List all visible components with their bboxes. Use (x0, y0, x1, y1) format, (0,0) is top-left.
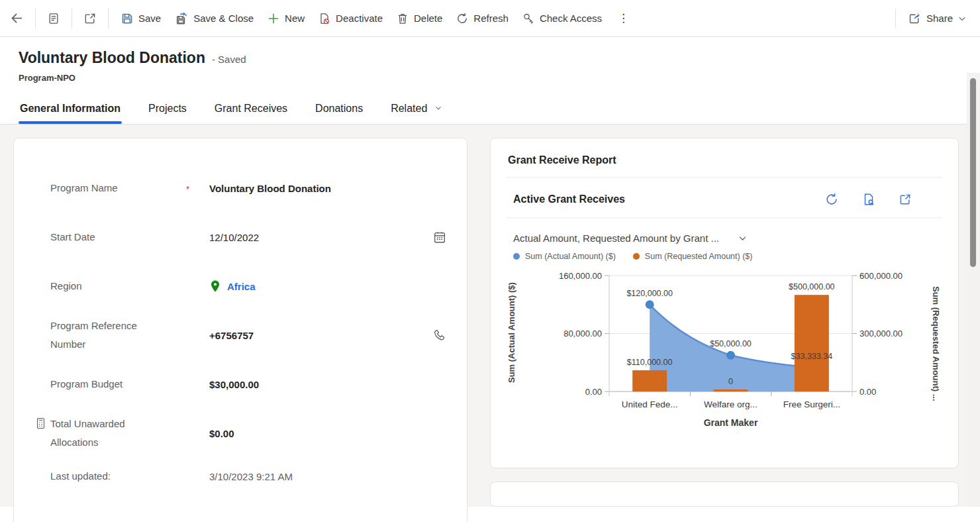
save-and-close-button[interactable]: Save & Close (168, 7, 260, 30)
field-row-program-budget: Program Budget $30,000.00 (50, 360, 447, 409)
bar (795, 295, 829, 392)
left-axis-title: Sum (Actual Amount) ($) (507, 265, 521, 407)
field-row-total-unawarded: Total Unawarded Allocations $0.00 (50, 409, 447, 458)
legend-item-actual[interactable]: Sum (Actual Amount) ($) (513, 252, 616, 261)
right-tick-label: 0.00 (859, 387, 876, 397)
left-tick-label: 0.00 (585, 387, 602, 397)
scrollbar-thumb[interactable] (970, 78, 976, 267)
tab-bar: General Information Projects Grant Recei… (0, 97, 980, 125)
total-unawarded-value[interactable]: $0.00 (209, 428, 424, 439)
program-reference-value[interactable]: +6756757 (209, 330, 424, 341)
save-icon (121, 12, 134, 25)
region-value[interactable]: Africa (209, 280, 424, 293)
program-name-value[interactable]: Voluntary Blood Donation (209, 183, 424, 194)
grant-receives-chart: Sum (Actual Amount) ($) 160,000.00600,00… (507, 265, 942, 432)
expand-chart-icon[interactable] (899, 193, 912, 206)
bar (714, 390, 748, 392)
chart-title: Actual Amount, Requested Amount by Grant… (513, 233, 719, 244)
save-status: - Saved (212, 54, 246, 65)
plus-icon (267, 12, 280, 25)
view-records-icon[interactable] (861, 192, 876, 207)
category-label: Free Surgeri... (783, 399, 840, 409)
chart-legend: Sum (Actual Amount) ($) Sum (Requested A… (507, 248, 942, 262)
chevron-down-icon (434, 103, 442, 114)
phone-icon[interactable] (433, 329, 447, 342)
calendar-icon[interactable] (432, 230, 447, 244)
divider (72, 9, 72, 28)
more-commands-button[interactable]: ⋮ (609, 9, 638, 28)
field-row-program-reference: Program Reference Number +6756757 (50, 311, 447, 360)
field-row-region: Region Africa (50, 262, 447, 311)
region-link[interactable]: Africa (227, 281, 256, 292)
scrollbar-track[interactable] (967, 73, 980, 507)
record-type-label: Program-NPO (19, 73, 980, 83)
start-date-value[interactable]: 12/10/2022 (209, 232, 424, 243)
save-button[interactable]: Save (114, 8, 168, 29)
share-button[interactable]: Share (901, 7, 973, 29)
area-data-label: $50,000.00 (710, 339, 752, 348)
data-point (726, 351, 735, 360)
back-arrow-icon (10, 11, 24, 25)
chevron-down-icon (957, 14, 967, 23)
legend-item-requested[interactable]: Sum (Requested Amount) ($) (633, 252, 753, 261)
tab-grant-receives[interactable]: Grant Receives (213, 97, 289, 124)
program-budget-value[interactable]: $30,000.00 (209, 379, 424, 390)
category-label: United Fede... (622, 399, 678, 409)
command-bar: Save Save & Close New Deactivate Delete … (0, 0, 980, 37)
right-axis-title: Sum (Requested Amount) ... (926, 265, 941, 417)
field-row-start-date: Start Date 12/10/2022 (50, 213, 447, 262)
check-access-label: Check Access (540, 13, 602, 24)
map-pin-icon (209, 280, 221, 293)
delete-label: Delete (414, 13, 442, 24)
delete-button[interactable]: Delete (389, 8, 449, 29)
chevron-down-icon[interactable] (738, 233, 748, 243)
field-label: Start Date (50, 228, 186, 247)
last-updated-value: 3/10/2023 9:21 AM (209, 471, 424, 482)
record-header: Voluntary Blood Donation - Saved Program… (0, 37, 980, 83)
general-information-card: Program Name * Voluntary Blood Donation … (13, 138, 467, 522)
main-content: Program Name * Voluntary Blood Donation … (0, 125, 980, 507)
report-title: Grant Receive Report (507, 150, 942, 178)
chart-title-row: Actual Amount, Requested Amount by Grant… (507, 218, 942, 248)
popout-icon (83, 12, 97, 25)
field-label: Program Reference Number (50, 317, 186, 354)
right-tick-label: 300,000.00 (859, 329, 903, 339)
tab-related[interactable]: Related (389, 97, 444, 124)
left-tick-label: 80,000.00 (564, 329, 602, 339)
back-button[interactable] (4, 7, 30, 29)
field-label: Program Budget (50, 375, 186, 394)
right-tick-label: 600,000.00 (859, 271, 903, 281)
left-tick-label: 160,000.00 (559, 271, 602, 281)
trash-icon (396, 12, 409, 25)
save-close-label: Save & Close (193, 13, 254, 24)
field-label-text: Total Unawarded Allocations (50, 418, 125, 448)
area-data-label: $33,333.34 (791, 352, 833, 361)
save-close-icon (174, 11, 189, 26)
share-label: Share (926, 13, 953, 24)
grant-chart-svg: 160,000.00600,000.0080,000.00300,000.000… (521, 265, 926, 432)
tab-projects[interactable]: Projects (147, 97, 188, 124)
refresh-chart-icon[interactable] (824, 192, 839, 207)
bar (632, 370, 667, 392)
tab-related-label: Related (391, 103, 427, 114)
form-selector-button[interactable] (41, 8, 66, 29)
new-button[interactable]: New (260, 8, 311, 29)
data-point (646, 300, 654, 309)
tab-general-information[interactable]: General Information (19, 97, 122, 124)
deactivate-button[interactable]: Deactivate (311, 8, 389, 29)
legend-dot-orange (633, 253, 640, 260)
category-label: Welfare org... (704, 399, 758, 409)
popout-button[interactable] (77, 8, 103, 29)
deactivate-label: Deactivate (336, 13, 383, 24)
bar-data-label: 0 (728, 377, 733, 386)
tab-donations[interactable]: Donations (314, 97, 364, 124)
required-asterisk: * (186, 183, 209, 194)
refresh-button[interactable]: Refresh (449, 8, 515, 29)
legend-label: Sum (Requested Amount) ($) (645, 252, 753, 261)
divider (895, 9, 896, 28)
calculator-icon (36, 417, 46, 429)
area-data-label: $120,000.00 (626, 289, 673, 298)
check-access-button[interactable]: Check Access (515, 8, 609, 29)
grant-receive-report-card: Grant Receive Report Active Grant Receiv… (490, 138, 959, 468)
divider (108, 9, 109, 28)
